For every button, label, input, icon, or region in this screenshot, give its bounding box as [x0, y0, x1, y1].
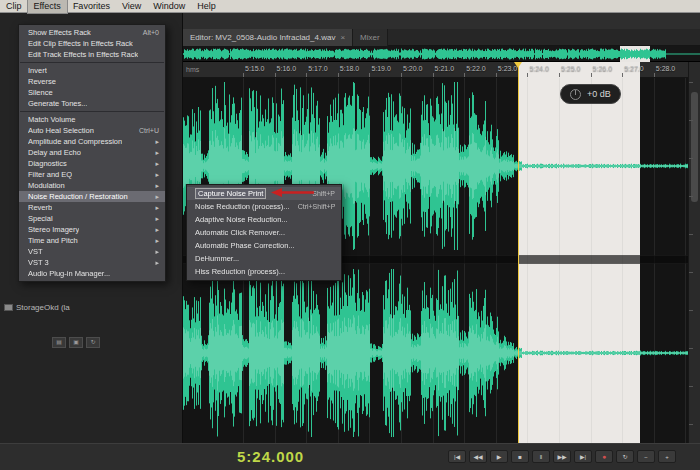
submenu-arrow-icon: ▸ — [155, 193, 159, 201]
effects-menu-item-noise-reduction-restoration[interactable]: Noise Reduction / Restoration▸ — [19, 191, 165, 202]
stop-button[interactable]: ■ — [511, 450, 529, 463]
ruler-tick — [433, 73, 434, 77]
menu-item-label: Silence — [28, 88, 53, 97]
submenu-item-automatic-phase-correction[interactable]: Automatic Phase Correction... — [187, 239, 341, 252]
effects-menu-item-edit-track-effects-in-effects-rack[interactable]: Edit Track Effects in Effects Rack — [19, 49, 165, 60]
menubar-item-clip[interactable]: Clip — [0, 0, 28, 13]
ruler-tick — [496, 73, 497, 77]
effects-menu-item-amplitude-and-compression[interactable]: Amplitude and Compression▸ — [19, 136, 165, 147]
submenu-item-label: Automatic Phase Correction... — [195, 241, 295, 250]
submenu-item-label: Adaptive Noise Reduction... — [195, 215, 288, 224]
submenu-item-dehummer[interactable]: DeHummer... — [187, 252, 341, 265]
submenu-arrow-icon: ▸ — [155, 259, 159, 267]
waveform-overview[interactable] — [183, 46, 700, 62]
transport-bar: 5:24.000 |◀◀◀▶■‖▶▶▶|●↻−+ — [0, 443, 700, 470]
menu-item-label: Special — [28, 214, 53, 223]
menubar-item-view[interactable]: View — [116, 0, 147, 13]
ruler-tick-label: 5:27.0 — [624, 65, 643, 72]
menu-item-label: Edit Clip Effects in Effects Rack — [28, 39, 133, 48]
menu-item-label: Reverb — [28, 203, 52, 212]
skip-previous-button[interactable]: |◀ — [448, 450, 466, 463]
fast-forward-button[interactable]: ▶▶ — [553, 450, 571, 463]
gain-hud[interactable]: +0 dB — [560, 84, 621, 104]
menu-item-label: Reverse — [28, 77, 56, 86]
submenu-item-adaptive-noise-reduction[interactable]: Adaptive Noise Reduction... — [187, 213, 341, 226]
menubar: ClipEffectsFavoritesViewWindowHelp — [0, 0, 700, 13]
record-button[interactable]: ● — [595, 450, 613, 463]
menubar-item-window[interactable]: Window — [147, 0, 191, 13]
rewind-button[interactable]: ◀◀ — [469, 450, 487, 463]
effects-menu-item-filter-and-eq[interactable]: Filter and EQ▸ — [19, 169, 165, 180]
skip-next-button[interactable]: ▶| — [574, 450, 592, 463]
effects-menu-item-time-and-pitch[interactable]: Time and Pitch▸ — [19, 235, 165, 246]
ruler-tick-label: 5:22.0 — [466, 65, 485, 72]
tab-mixer[interactable]: Mixer — [353, 29, 388, 46]
submenu-arrow-icon: ▸ — [155, 182, 159, 190]
menu-separator — [20, 111, 164, 112]
effects-menu-item-silence[interactable]: Silence — [19, 87, 165, 98]
pause-button[interactable]: ‖ — [532, 450, 550, 463]
amplitude-tick — [689, 82, 693, 83]
effects-menu-item-delay-and-echo[interactable]: Delay and Echo▸ — [19, 147, 165, 158]
effects-menu-item-edit-clip-effects-in-effects-rack[interactable]: Edit Clip Effects in Effects Rack — [19, 38, 165, 49]
tab-label: Editor: MV2_0508-Audio Infraclad_4.wav — [190, 33, 335, 42]
tab-editor[interactable]: Editor: MV2_0508-Audio Infraclad_4.wav× — [183, 29, 353, 46]
effects-menu-item-auto-heal-selection[interactable]: Auto Heal SelectionCtrl+U — [19, 125, 165, 136]
list-view-icon[interactable]: ▤ — [52, 337, 66, 348]
effects-menu-item-invert[interactable]: Invert — [19, 65, 165, 76]
files-tree-item[interactable]: StorageOkd (la — [4, 303, 70, 312]
submenu-item-hiss-reduction-process[interactable]: Hiss Reduction (process)... — [187, 265, 341, 278]
effects-menu-item-show-effects-rack[interactable]: Show Effects RackAlt+0 — [19, 27, 165, 38]
menu-item-label: Time and Pitch — [28, 236, 78, 245]
menu-item-label: Amplitude and Compression — [28, 137, 122, 146]
menubar-item-effects[interactable]: Effects — [28, 0, 67, 13]
menu-item-label: Show Effects Rack — [28, 28, 91, 37]
ruler-tick-label: 5:19.0 — [371, 65, 390, 72]
submenu-item-noise-reduction-process[interactable]: Noise Reduction (process)...Ctrl+Shift+P — [187, 200, 341, 213]
refresh-icon[interactable]: ↻ — [86, 337, 100, 348]
playhead[interactable] — [518, 62, 519, 443]
effects-menu-item-modulation[interactable]: Modulation▸ — [19, 180, 165, 191]
submenu-item-label: DeHummer... — [195, 254, 239, 263]
menubar-item-favorites[interactable]: Favorites — [67, 0, 116, 13]
time-display[interactable]: 5:24.000 — [237, 448, 304, 465]
amplitude-tick — [689, 234, 693, 235]
menu-item-label: Auto Heal Selection — [28, 126, 94, 135]
folder-icon[interactable]: ▣ — [69, 337, 83, 348]
zoom-out-button[interactable]: − — [637, 450, 655, 463]
menu-item-label: Match Volume — [28, 115, 76, 124]
menu-item-label: Generate Tones... — [28, 99, 87, 108]
scrollbar-thumb[interactable] — [691, 92, 698, 202]
menubar-item-help[interactable]: Help — [191, 0, 222, 13]
submenu-arrow-icon: ▸ — [155, 138, 159, 146]
ruler-tick — [306, 73, 307, 77]
ruler-tick — [591, 73, 592, 77]
effects-menu-item-reverse[interactable]: Reverse — [19, 76, 165, 87]
amplitude-tick — [689, 310, 693, 311]
effects-menu-item-match-volume[interactable]: Match Volume — [19, 114, 165, 125]
submenu-item-capture-noise-print[interactable]: Capture Noise PrintShift+P — [187, 187, 341, 200]
menu-item-label: Delay and Echo — [28, 148, 81, 157]
menu-item-label: Audio Plug-in Manager... — [28, 269, 110, 278]
submenu-item-automatic-click-remover[interactable]: Automatic Click Remover... — [187, 226, 341, 239]
gain-knob-icon[interactable] — [570, 89, 581, 100]
effects-menu-item-vst[interactable]: VST▸ — [19, 246, 165, 257]
submenu-item-label: Noise Reduction (process)... — [195, 202, 290, 211]
effects-menu-item-vst-3[interactable]: VST 3▸ — [19, 257, 165, 268]
submenu-arrow-icon: ▸ — [155, 248, 159, 256]
play-button[interactable]: ▶ — [490, 450, 508, 463]
menu-item-label: Diagnostics — [28, 159, 67, 168]
vertical-scrollbar[interactable] — [688, 62, 700, 443]
audition-window: StorageOkd (la ▤ ▣ ↻ Editor: MV2_0508-Au… — [0, 0, 700, 470]
tab-label: Mixer — [360, 33, 380, 42]
effects-menu-item-generate-tones[interactable]: Generate Tones... — [19, 98, 165, 109]
close-icon[interactable]: × — [340, 33, 345, 42]
ruler-tick-label: 5:21.0 — [435, 65, 454, 72]
effects-menu-item-special[interactable]: Special▸ — [19, 213, 165, 224]
effects-menu-item-diagnostics[interactable]: Diagnostics▸ — [19, 158, 165, 169]
effects-menu-item-stereo-imagery[interactable]: Stereo Imagery▸ — [19, 224, 165, 235]
effects-menu-item-audio-plug-in-manager[interactable]: Audio Plug-in Manager... — [19, 268, 165, 279]
loop-button[interactable]: ↻ — [616, 450, 634, 463]
effects-menu-item-reverb[interactable]: Reverb▸ — [19, 202, 165, 213]
zoom-in-button[interactable]: + — [658, 450, 676, 463]
